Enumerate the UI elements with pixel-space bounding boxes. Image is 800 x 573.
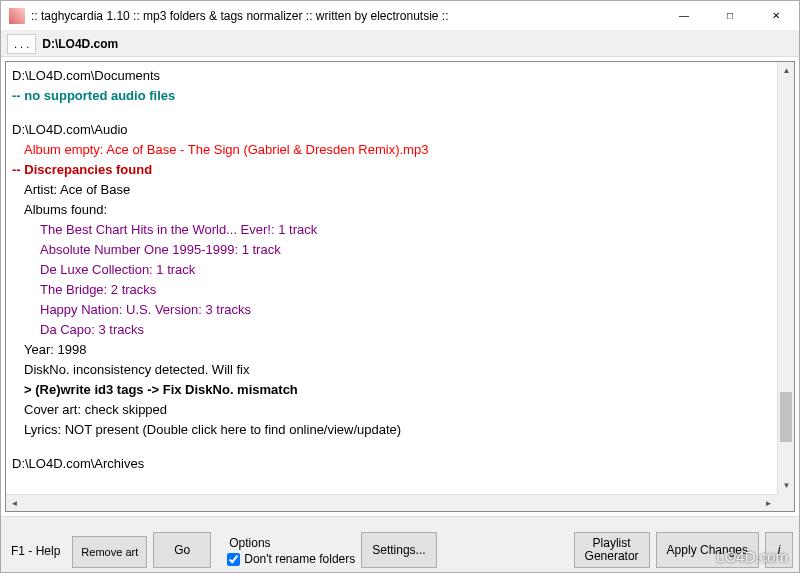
log-line: D:\LO4D.com\Documents bbox=[12, 66, 771, 86]
path-toolbar: . . . D:\LO4D.com bbox=[1, 31, 799, 57]
log-line: Absolute Number One 1995-1999: 1 track bbox=[12, 240, 771, 260]
options-label: Options bbox=[227, 536, 355, 550]
info-button[interactable]: i bbox=[765, 532, 793, 568]
log-line: The Bridge: 2 tracks bbox=[12, 280, 771, 300]
app-window: :: taghycardia 1.10 :: mp3 folders & tag… bbox=[0, 0, 800, 573]
apply-changes-button[interactable]: Apply Changes bbox=[656, 532, 759, 568]
playlist-generator-label: PlaylistGenerator bbox=[585, 537, 639, 563]
log-line: Albums found: bbox=[12, 200, 771, 220]
current-path: D:\LO4D.com bbox=[42, 37, 118, 51]
log-line: Da Capo: 3 tracks bbox=[12, 320, 771, 340]
titlebar: :: taghycardia 1.10 :: mp3 folders & tag… bbox=[1, 1, 799, 31]
dont-rename-input[interactable] bbox=[227, 553, 240, 566]
log-line: The Best Chart Hits in the World... Ever… bbox=[12, 220, 771, 240]
log-gap bbox=[12, 440, 771, 454]
window-title: :: taghycardia 1.10 :: mp3 folders & tag… bbox=[31, 9, 661, 23]
log-panel: D:\LO4D.com\Documents -- no supported au… bbox=[5, 61, 795, 512]
scroll-down-icon[interactable]: ▼ bbox=[778, 477, 795, 494]
scroll-up-icon[interactable]: ▲ bbox=[778, 62, 795, 79]
scroll-right-icon[interactable]: ► bbox=[760, 495, 777, 512]
log-line: Album empty: Ace of Base - The Sign (Gab… bbox=[12, 140, 771, 160]
log-gap bbox=[12, 106, 771, 120]
log-line: Year: 1998 bbox=[12, 340, 771, 360]
scroll-thumb[interactable] bbox=[780, 392, 792, 442]
scroll-left-icon[interactable]: ◄ bbox=[6, 495, 23, 512]
bottom-toolbar: F1 - Help Remove art Go Options Don't re… bbox=[1, 516, 799, 572]
log-line: D:\LO4D.com\Audio bbox=[12, 120, 771, 140]
settings-button[interactable]: Settings... bbox=[361, 532, 436, 568]
log-line: D:\LO4D.com\Archives bbox=[12, 454, 771, 474]
options-group: Options Don't rename folders bbox=[227, 536, 355, 568]
maximize-button[interactable]: □ bbox=[707, 1, 753, 31]
log-line: DiskNo. inconsistency detected. Will fix bbox=[12, 360, 771, 380]
horizontal-scrollbar[interactable]: ◄ ► bbox=[6, 494, 777, 511]
vertical-scrollbar[interactable]: ▲ ▼ bbox=[777, 62, 794, 494]
app-icon bbox=[9, 8, 25, 24]
scroll-corner bbox=[777, 494, 794, 511]
log-line: Artist: Ace of Base bbox=[12, 180, 771, 200]
log-line: -- no supported audio files bbox=[12, 86, 771, 106]
window-controls: — □ ✕ bbox=[661, 1, 799, 31]
log-line: Cover art: check skipped bbox=[12, 400, 771, 420]
remove-art-button[interactable]: Remove art bbox=[72, 536, 147, 568]
minimize-button[interactable]: — bbox=[661, 1, 707, 31]
close-button[interactable]: ✕ bbox=[753, 1, 799, 31]
log-line: Happy Nation: U.S. Version: 3 tracks bbox=[12, 300, 771, 320]
log-line: -- Discrepancies found bbox=[12, 160, 771, 180]
browse-folder-button[interactable]: . . . bbox=[7, 34, 36, 54]
help-hint: F1 - Help bbox=[7, 544, 66, 568]
log-line-lyrics[interactable]: Lyrics: NOT present (Double click here t… bbox=[12, 420, 771, 440]
dont-rename-label: Don't rename folders bbox=[244, 552, 355, 566]
log-line: > (Re)write id3 tags -> Fix DiskNo. mism… bbox=[12, 380, 771, 400]
go-button[interactable]: Go bbox=[153, 532, 211, 568]
dont-rename-checkbox[interactable]: Don't rename folders bbox=[227, 552, 355, 566]
playlist-generator-button[interactable]: PlaylistGenerator bbox=[574, 532, 650, 568]
log-line: De Luxe Collection: 1 track bbox=[12, 260, 771, 280]
log-content[interactable]: D:\LO4D.com\Documents -- no supported au… bbox=[6, 62, 777, 494]
